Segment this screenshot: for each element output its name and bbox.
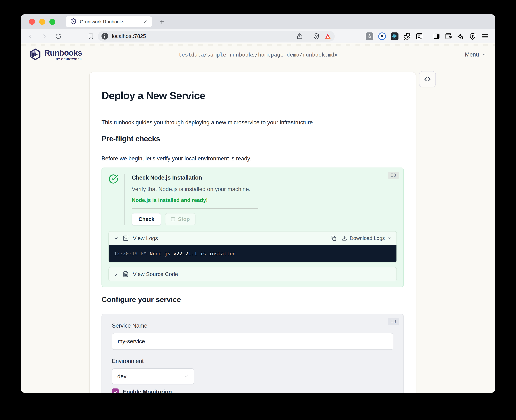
extensions-puzzle-icon[interactable] [403, 33, 411, 40]
download-logs-label: Download Logs [350, 235, 385, 241]
preflight-heading: Pre-flight checks [102, 135, 404, 143]
divider [102, 146, 404, 146]
window-controls [29, 19, 55, 25]
check-step-card: ID Check Node.js Installation Verify tha… [102, 167, 404, 287]
view-source-box: View Source Code [108, 267, 397, 281]
view-source-label: View Source Code [133, 271, 178, 277]
code-view-toggle-button[interactable] [419, 71, 436, 87]
back-icon[interactable] [27, 33, 34, 40]
forward-icon[interactable] [41, 33, 48, 40]
stop-square-icon [171, 217, 175, 221]
chevron-down-icon [482, 52, 487, 57]
tab-strip: Gruntwork Runbooks [21, 14, 495, 29]
stop-button: Stop [165, 213, 196, 225]
runbook-document: Deploy a New Service This runbook guides… [89, 72, 416, 393]
divider [428, 33, 428, 39]
wallet-icon[interactable] [445, 33, 452, 40]
step-description: Verify that Node.js is installed on your… [132, 186, 397, 193]
url-text[interactable]: localhost:7825 [112, 33, 146, 39]
brand-byline: BY GRUNTWORK [56, 57, 82, 60]
preflight-description: Before we begin, let's verify your local… [102, 155, 404, 162]
brand-name: Runbooks [44, 49, 82, 57]
tab-favicon-runbooks-icon [70, 18, 76, 25]
sidebar-panel-icon[interactable] [433, 33, 440, 40]
copy-logs-icon[interactable] [331, 235, 337, 241]
check-icon [113, 390, 118, 393]
onepassword-extension-icon[interactable] [378, 32, 386, 40]
enable-monitoring-row[interactable]: Enable Monitoring [112, 389, 393, 393]
service-name-input[interactable] [112, 333, 393, 350]
brave-shield-icon[interactable] [313, 33, 320, 40]
divider [102, 109, 404, 109]
menu-button[interactable]: Menu [465, 51, 487, 58]
runbooks-logo[interactable]: Runbooks BY GRUNTWORK [29, 48, 82, 61]
address-bar[interactable]: localhost:7825 [98, 31, 335, 42]
browser-tab[interactable]: Gruntwork Runbooks [66, 16, 152, 27]
divider [308, 33, 308, 39]
breadcrumb: testdata/sample-runbooks/homepage-demo/r… [178, 52, 338, 58]
chevron-down-icon [387, 236, 392, 240]
monitoring-checkbox-checked[interactable] [112, 389, 119, 393]
close-window-button[interactable] [29, 19, 35, 25]
check-button[interactable]: Check [132, 213, 161, 225]
brave-rewards-bat-icon[interactable] [324, 33, 331, 40]
configure-heading: Configure your service [102, 295, 404, 304]
log-message: Node.js v22.21.1 is installed [150, 251, 236, 256]
code-icon [423, 75, 431, 83]
form-id-badge[interactable]: ID [388, 318, 399, 325]
view-logs-box: View Logs Download L [108, 231, 397, 263]
stop-button-label: Stop [178, 216, 190, 222]
leo-ai-sparkles-icon[interactable] [457, 33, 464, 40]
environment-label: Environment [112, 358, 393, 364]
environment-select[interactable]: dev [112, 368, 194, 384]
screen: { "browser": { "tab_title": "Gruntwork R… [0, 0, 516, 420]
view-logs-label: View Logs [133, 235, 158, 241]
runbooks-cube-icon [29, 48, 41, 61]
menu-label: Menu [465, 51, 479, 58]
vpn-shield-icon[interactable] [469, 33, 476, 40]
divider [102, 307, 404, 307]
bookmark-icon[interactable] [88, 33, 94, 40]
close-tab-icon[interactable] [143, 20, 147, 24]
divider [132, 208, 258, 209]
download-icon [342, 235, 347, 241]
chevron-down-icon [184, 374, 189, 379]
log-terminal: 12:20:19 PMNode.js v22.21.1 is installed [109, 245, 397, 262]
service-name-label: Service Name [112, 322, 393, 329]
step-id-badge[interactable]: ID [388, 172, 399, 179]
intro-paragraph: This runbook guides you through deployin… [102, 119, 404, 126]
page-title: Deploy a New Service [102, 90, 404, 102]
file-text-icon [123, 271, 129, 277]
app-header: Runbooks BY GRUNTWORK testdata/sample-ru… [21, 43, 495, 66]
chevron-right-icon [113, 272, 119, 277]
minimize-window-button[interactable] [39, 19, 45, 25]
new-tab-icon[interactable] [159, 19, 165, 25]
view-logs-header[interactable]: View Logs Download L [109, 232, 397, 245]
browser-menu-hamburger-icon[interactable] [481, 32, 489, 40]
react-devtools-extension-icon[interactable] [391, 32, 398, 40]
hubspot-extension-icon[interactable] [366, 32, 373, 40]
extensions-area [366, 32, 489, 40]
configure-form-card: ID Service Name Environment dev Enable M… [102, 314, 404, 393]
search-tabs-icon[interactable] [416, 33, 423, 40]
monitoring-label: Enable Monitoring [123, 389, 172, 393]
step-title: Check Node.js Installation [132, 174, 397, 181]
reload-icon[interactable] [55, 33, 62, 40]
success-check-circle-icon [108, 174, 118, 184]
terminal-icon [123, 235, 129, 241]
page-content: Deploy a New Service This runbook guides… [21, 66, 495, 393]
log-timestamp: 12:20:19 PM [114, 251, 147, 256]
view-source-header[interactable]: View Source Code [109, 267, 397, 281]
fullscreen-window-button[interactable] [49, 19, 55, 25]
share-icon[interactable] [296, 33, 303, 40]
environment-selected-value: dev [117, 373, 126, 380]
tab-title: Gruntwork Runbooks [80, 19, 140, 25]
browser-window: Gruntwork Runbooks [21, 14, 495, 393]
step-success-message: Node.js is installed and ready! [132, 197, 397, 203]
site-info-icon[interactable] [102, 33, 108, 40]
chevron-down-icon [113, 236, 119, 241]
download-logs-button[interactable]: Download Logs [342, 235, 392, 241]
browser-toolbar: localhost:7825 [21, 29, 495, 43]
